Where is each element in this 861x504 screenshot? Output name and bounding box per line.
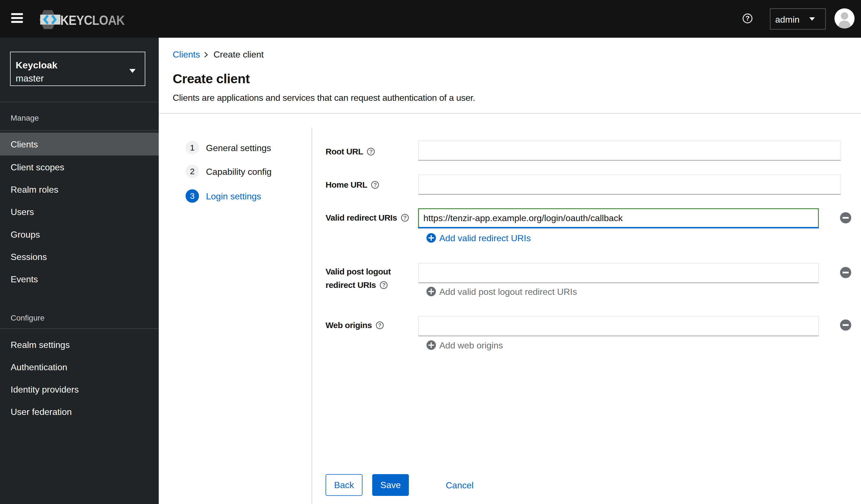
- svg-text:?: ?: [746, 15, 750, 22]
